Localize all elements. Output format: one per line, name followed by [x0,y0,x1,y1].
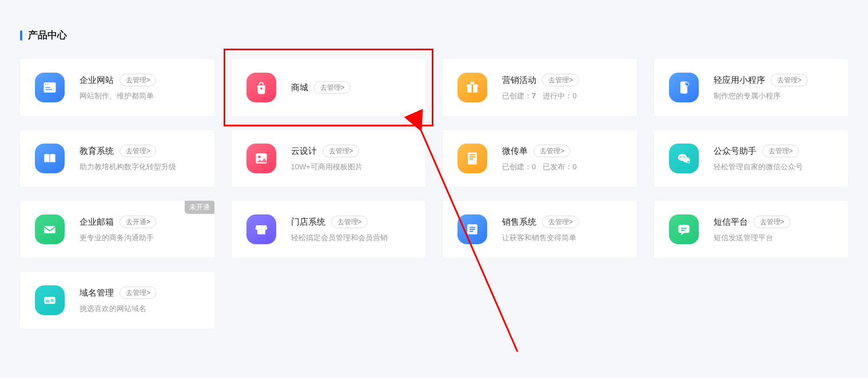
gift-icon [457,73,487,102]
domain-icon: W. [35,285,65,315]
card-title: 销售系统 [502,217,536,228]
card-mail[interactable]: 未开通企业邮箱去开通>更专业的商务沟通助手 [20,201,214,258]
svg-point-12 [685,85,686,86]
svg-point-3 [47,83,49,85]
svg-rect-19 [469,158,473,160]
badge-not_activated: 未开通 [185,201,214,214]
manage-button[interactable]: 去管理> [771,74,807,86]
svg-rect-29 [469,229,476,230]
card-content: 销售系统去管理>让获客和销售变得简单 [502,216,622,243]
card-sms[interactable]: 短信平台去管理>短信发送管理平台 [654,201,849,258]
svg-rect-33 [680,230,684,231]
stat-running-label: 进行中： [543,91,572,100]
svg-rect-4 [45,87,50,88]
card-store[interactable]: 门店系统去管理>轻松搞定会员管理和会员营销 [232,201,426,258]
card-content: 公众号助手去管理>轻松管理自家的微信公众号 [714,145,834,172]
wechat-icon [669,144,699,173]
card-desc: 网站制作、维护都简单 [79,91,200,101]
card-content: 教育系统去管理>助力教培机构数字化转型升级 [79,145,200,172]
card-content: 营销活动去管理>已创建：7进行中：0 [502,74,622,101]
manage-button[interactable]: 去管理> [754,216,790,228]
browser-icon [35,73,65,102]
manage-button[interactable]: 去管理> [120,287,156,299]
card-title: 企业网站 [79,75,114,86]
card-desc: 让获客和销售变得简单 [502,233,622,243]
card-title: 短信平台 [714,217,748,228]
stat-running-label: 已发布： [543,162,572,171]
card-desc: 轻松搞定会员管理和会员营销 [291,233,411,243]
manage-button[interactable]: 去管理> [542,74,579,86]
activate-button[interactable]: 去开通> [120,216,156,228]
card-title: 企业邮箱 [79,217,114,228]
svg-rect-32 [680,228,687,229]
card-content: 域名管理去管理>挑选喜欢的网站域名 [79,287,200,314]
card-title: 营销活动 [502,75,536,86]
card-stats: 已创建：0已发布：0 [502,162,622,172]
svg-point-2 [45,83,46,85]
card-mall[interactable]: 商城去管理> [232,59,426,116]
card-title: 云设计 [291,146,317,157]
svg-point-23 [683,156,684,157]
svg-rect-5 [45,89,52,90]
card-marketing[interactable]: 营销活动去管理>已创建：7进行中：0 [443,59,637,116]
card-content: 门店系统去管理>轻松搞定会员管理和会员营销 [291,216,411,243]
card-content: 商城去管理> [291,81,411,94]
card-desc: 挑选喜欢的网站域名 [79,304,200,314]
phone-icon [669,73,699,102]
section-title: 产品中心 [20,29,848,42]
stat-running-value: 0 [572,162,576,171]
card-title: 轻应用小程序 [714,75,765,86]
card-content: 短信平台去管理>短信发送管理平台 [714,216,834,243]
shop-icon [246,214,276,244]
card-content: 企业邮箱去开通>更专业的商务沟通助手 [79,216,200,243]
chat-icon [669,214,699,244]
product-grid: 企业网站去管理>网站制作、维护都简单商城去管理>营销活动去管理>已创建：7进行中… [20,59,848,329]
manage-button[interactable]: 去管理> [542,216,579,228]
card-title: 教育系统 [79,146,114,157]
svg-point-22 [680,156,681,157]
svg-rect-26 [257,229,265,234]
svg-rect-9 [472,85,473,93]
manage-button[interactable]: 去管理> [331,216,368,228]
title-bar-accent [20,30,22,41]
manage-button[interactable]: 去管理> [762,145,799,157]
manage-button[interactable]: 去管理> [533,145,570,157]
card-desc: 制作您的专属小程序 [714,91,834,101]
card-edu[interactable]: 教育系统去管理>助力教培机构数字化转型升级 [20,130,214,187]
svg-rect-25 [44,226,55,233]
stat-running-value: 0 [572,91,576,100]
svg-rect-30 [469,231,473,232]
list-icon [457,214,487,244]
card-desc: 轻松管理自家的微信公众号 [714,162,834,172]
svg-rect-18 [469,157,476,158]
manage-button[interactable]: 去管理> [120,145,156,157]
svg-point-24 [687,161,689,163]
stat-created-value: 0 [532,162,536,171]
card-desc: 10W+可商用模板图片 [291,162,411,172]
card-wechat[interactable]: 公众号助手去管理>轻松管理自家的微信公众号 [654,130,849,187]
section-title-text: 产品中心 [28,29,67,42]
manage-button[interactable]: 去管理> [120,74,156,86]
card-domain[interactable]: W.域名管理去管理>挑选喜欢的网站域名 [20,272,214,329]
svg-rect-36 [51,299,54,300]
bag-icon [246,73,276,102]
card-title: 商城 [291,82,308,93]
manage-button[interactable]: 去管理> [322,145,359,157]
card-desc: 短信发送管理平台 [714,233,834,243]
card-content: 微传单去管理>已创建：0已发布：0 [502,145,622,172]
card-design[interactable]: 云设计去管理>10W+可商用模板图片 [232,130,426,187]
card-content: 轻应用小程序去管理>制作您的专属小程序 [714,74,834,101]
card-website[interactable]: 企业网站去管理>网站制作、维护都简单 [20,59,214,116]
book-icon [35,144,65,173]
card-flyer[interactable]: 微传单去管理>已创建：0已发布：0 [443,130,637,187]
card-title: 域名管理 [79,288,114,299]
manage-button[interactable]: 去管理> [314,81,351,94]
card-desc: 更专业的商务沟通助手 [79,233,200,243]
svg-point-11 [684,82,688,86]
svg-text:W.: W. [46,299,50,303]
mail-icon [35,214,65,244]
card-content: 云设计去管理>10W+可商用模板图片 [291,145,411,172]
svg-point-6 [260,87,262,90]
card-lightapp[interactable]: 轻应用小程序去管理>制作您的专属小程序 [654,59,849,116]
card-sales[interactable]: 销售系统去管理>让获客和销售变得简单 [443,201,637,258]
